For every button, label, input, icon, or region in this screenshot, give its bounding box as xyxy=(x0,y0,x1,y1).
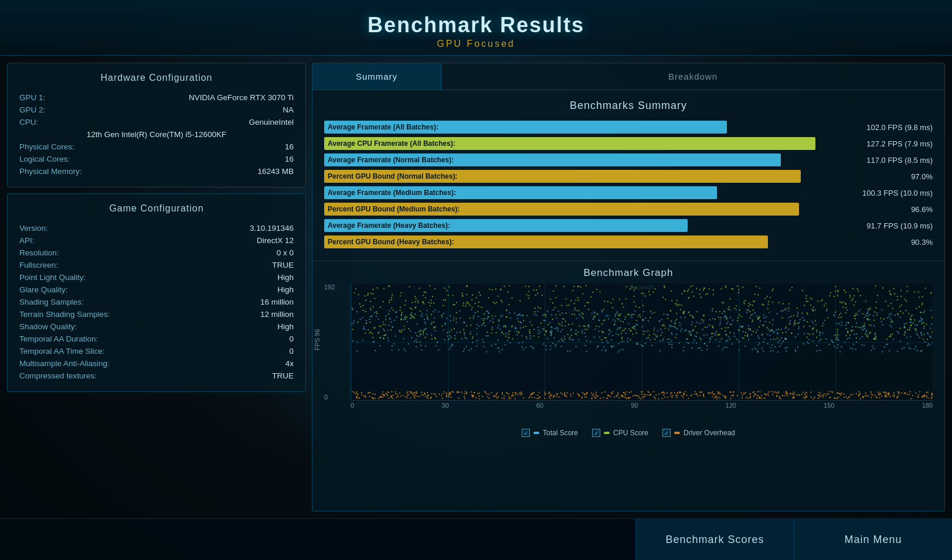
gpu1-row: GPU 1: NVIDIA GeForce RTX 3070 Ti xyxy=(19,91,294,104)
x-label-180: 180 xyxy=(922,402,933,409)
graph-y-labels: 192 FPS 96 0 xyxy=(324,284,335,401)
bench-bar-label-0: Average Framerate (All Batches): xyxy=(328,123,438,131)
game-config-box: Game Configuration Version: 3.10.191346 … xyxy=(7,193,306,392)
shading-value: 16 million xyxy=(260,298,294,306)
tab-breakdown[interactable]: Breakdown xyxy=(441,63,944,90)
bench-bar-label-7: Percent GPU Bound (Heavy Batches): xyxy=(328,238,454,246)
temporal-aa-dur-label: Temporal AA Duration: xyxy=(19,334,98,343)
bench-bar-container-6: Average Framerate (Heavy Batches): xyxy=(324,219,815,232)
compressed-label: Compressed textures: xyxy=(19,371,97,380)
header: Benchmark Results GPU Focused xyxy=(0,0,952,56)
glare-label: Glare Quality: xyxy=(19,285,68,294)
bench-row-1: Average CPU Framerate (All Batches):127.… xyxy=(324,136,933,151)
bench-bar-label-5: Percent GPU Bound (Medium Batches): xyxy=(328,205,460,213)
bench-bar-container-1: Average CPU Framerate (All Batches): xyxy=(324,137,815,150)
content-area: Hardware Configuration GPU 1: NVIDIA GeF… xyxy=(0,56,952,518)
legend-driver-dot xyxy=(674,432,680,434)
main-menu-button[interactable]: Main Menu xyxy=(794,519,952,560)
msaa-label: Multisample Anti-Aliasing: xyxy=(19,359,110,368)
bench-value-3: 97.0% xyxy=(815,172,933,181)
y-label-192: 192 xyxy=(324,284,335,291)
tabs: Summary Breakdown xyxy=(312,63,944,90)
bench-value-4: 100.3 FPS (10.0 ms) xyxy=(815,189,933,197)
legend-driver-checkbox[interactable] xyxy=(662,429,671,437)
fullscreen-value: TRUE xyxy=(272,261,294,269)
right-panel: Summary Breakdown Benchmarks Summary Ave… xyxy=(312,63,945,511)
bench-bar-label-6: Average Framerate (Heavy Batches): xyxy=(328,221,450,230)
version-label: Version: xyxy=(19,224,48,233)
legend-cpu-checkbox[interactable] xyxy=(592,429,600,437)
gpu2-row: GPU 2: NA xyxy=(19,104,294,116)
glare-row: Glare Quality: High xyxy=(19,284,294,296)
fullscreen-row: Fullscreen: TRUE xyxy=(19,259,294,271)
version-value: 3.10.191346 xyxy=(250,224,294,233)
bench-row-7: Percent GPU Bound (Heavy Batches):90.3% xyxy=(324,235,933,249)
bench-bar-container-3: Percent GPU Bound (Normal Batches): xyxy=(324,170,815,183)
summary-content: Benchmarks Summary Average Framerate (Al… xyxy=(312,90,944,261)
msaa-value: 4x xyxy=(285,359,294,368)
bench-row-4: Average Framerate (Medium Batches):100.3… xyxy=(324,186,933,200)
bench-bar-label-4: Average Framerate (Medium Batches): xyxy=(328,189,456,197)
terrain-row: Terrain Shading Samples: 12 million xyxy=(19,308,294,320)
physical-cores-label: Physical Cores: xyxy=(19,142,74,151)
temporal-aa-slice-label: Temporal AA Time Slice: xyxy=(19,347,105,356)
legend-total-dot xyxy=(533,432,539,434)
physical-memory-value: 16243 MB xyxy=(257,167,294,176)
page-subtitle: GPU Focused xyxy=(0,39,952,49)
y-label-fps: FPS 96 xyxy=(314,329,321,351)
bench-row-5: Percent GPU Bound (Medium Batches):96.6% xyxy=(324,202,933,216)
graph-x-axis: 0 30 60 90 120 150 180 xyxy=(351,402,933,409)
graph-container: 192 FPS 96 0 xyxy=(324,284,933,424)
bench-row-3: Percent GPU Bound (Normal Batches):97.0% xyxy=(324,169,933,183)
legend-cpu-dot xyxy=(604,432,610,434)
cpu-label: CPU: xyxy=(19,118,38,127)
fullscreen-label: Fullscreen: xyxy=(19,261,58,269)
bench-bar-container-5: Percent GPU Bound (Medium Batches): xyxy=(324,203,815,216)
cpu-model: 12th Gen Intel(R) Core(TM) i5-12600KF xyxy=(19,128,294,141)
shadow-value: High xyxy=(277,322,294,331)
shadow-label: Shadow Quality: xyxy=(19,322,77,331)
temporal-aa-dur-row: Temporal AA Duration: 0 xyxy=(19,333,294,345)
x-label-120: 120 xyxy=(726,402,736,409)
hardware-config-title: Hardware Configuration xyxy=(19,73,294,83)
bench-value-5: 96.6% xyxy=(815,205,933,214)
legend-cpu-label: CPU Score xyxy=(613,429,648,437)
bench-bar-container-7: Percent GPU Bound (Heavy Batches): xyxy=(324,235,815,248)
hardware-config-box: Hardware Configuration GPU 1: NVIDIA GeF… xyxy=(7,63,306,187)
msaa-row: Multisample Anti-Aliasing: 4x xyxy=(19,357,294,370)
x-label-90: 90 xyxy=(631,402,638,409)
bench-bar-label-3: Percent GPU Bound (Normal Batches): xyxy=(328,172,457,180)
logical-cores-value: 16 xyxy=(285,155,294,163)
gpu1-value: NVIDIA GeForce RTX 3070 Ti xyxy=(189,93,294,102)
version-row: Version: 3.10.191346 xyxy=(19,222,294,234)
resolution-row: Resolution: 0 x 0 xyxy=(19,247,294,259)
temporal-aa-dur-value: 0 xyxy=(289,334,294,343)
x-label-60: 60 xyxy=(536,402,543,409)
legend-total-checkbox[interactable] xyxy=(522,429,530,437)
compressed-value: TRUE xyxy=(272,371,294,380)
api-label: API: xyxy=(19,236,35,245)
bench-bar-container-0: Average Framerate (All Batches): xyxy=(324,121,815,134)
benchmark-scores-button[interactable]: Benchmark Scores xyxy=(635,519,794,560)
tab-summary[interactable]: Summary xyxy=(312,63,441,90)
y-label-0: 0 xyxy=(324,394,335,401)
benchmark-bars: Average Framerate (All Batches):102.0 FP… xyxy=(324,120,933,249)
physical-cores-row: Physical Cores: 16 xyxy=(19,141,294,153)
legend-total-score: Total Score xyxy=(522,429,578,437)
left-panel: Hardware Configuration GPU 1: NVIDIA GeF… xyxy=(7,63,306,511)
resolution-label: Resolution: xyxy=(19,248,59,257)
physical-memory-row: Physical Memory: 16243 MB xyxy=(19,165,294,177)
legend-cpu-score: CPU Score xyxy=(592,429,648,437)
x-label-150: 150 xyxy=(824,402,834,409)
cpu-row: CPU: GenuineIntel xyxy=(19,116,294,128)
bench-row-0: Average Framerate (All Batches):102.0 FP… xyxy=(324,120,933,134)
glare-value: High xyxy=(277,285,294,294)
api-row: API: DirectX 12 xyxy=(19,234,294,247)
shadow-row: Shadow Quality: High xyxy=(19,320,294,333)
gpu1-label: GPU 1: xyxy=(19,93,45,102)
x-label-0: 0 xyxy=(351,402,354,409)
x-label-30: 30 xyxy=(441,402,448,409)
bench-row-2: Average Framerate (Normal Batches):117.0… xyxy=(324,153,933,167)
benchmark-canvas xyxy=(351,284,933,400)
graph-section: Benchmark Graph 192 FPS 96 0 xyxy=(312,261,944,511)
